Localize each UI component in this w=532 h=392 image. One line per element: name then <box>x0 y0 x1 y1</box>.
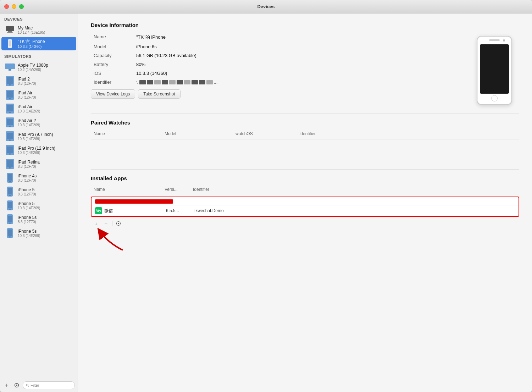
device-info-left: Name "TK"的 iPhone Model iPhone 6s Capaci… <box>91 32 462 105</box>
info-value-identifier: ‘. <box>133 78 462 87</box>
app-row-progress <box>92 197 519 205</box>
device-image-container <box>470 32 519 105</box>
sidebar-iphone5-83-name: iPhone 5 <box>18 187 36 192</box>
sidebar-scroll: DEVICES My Mac 10.12.4 (16E195) <box>0 13 78 378</box>
svg-point-10 <box>9 84 11 85</box>
sidebar-iphone5s-103-version: 10.3 (14E269) <box>18 234 40 238</box>
take-screenshot-button[interactable]: Take Screenshot <box>138 89 180 99</box>
sidebar-item-iphone5-83[interactable]: iPhone 5 8.3 (12F70) <box>1 185 76 198</box>
svg-point-13 <box>9 98 11 99</box>
watches-table-header: Name Model watchOS Identifier <box>91 130 519 139</box>
sidebar-ipad-air-2-text: iPad Air 10.3 (14E269) <box>18 104 40 113</box>
sidebar-item-iphone5-103[interactable]: iPhone 5 10.3 (14E269) <box>1 199 76 212</box>
app-name-cell-wechat: 微信 <box>95 207 166 214</box>
svg-point-28 <box>9 167 11 169</box>
sidebar: DEVICES My Mac 10.12.4 (16E195) <box>0 13 78 392</box>
sidebar-iphone4s-name: iPhone 4s <box>18 173 37 178</box>
sidebar-item-ipad2[interactable]: iPad 2 8.3 (12F70) <box>1 74 76 88</box>
sidebar-item-ipad-pro-129[interactable]: iPad Pro (12.9 inch) 10.3 (14E269) <box>1 143 76 157</box>
svg-point-34 <box>9 195 11 196</box>
sidebar-settings-button[interactable] <box>13 381 21 389</box>
svg-rect-39 <box>8 216 12 222</box>
window-title: Devices <box>257 4 275 9</box>
sidebar-item-apple-tv[interactable]: Apple TV 1080p 10.2 (14W260) <box>1 60 76 74</box>
sidebar-item-ipad-air-1[interactable]: iPad Air 8.3 (12F70) <box>1 88 76 101</box>
apple-tv-icon <box>5 62 15 72</box>
paired-watches-title: Paired Watches <box>91 120 519 126</box>
info-label-model: Model <box>91 42 133 51</box>
apps-col-name: Name <box>94 187 165 192</box>
paired-watches-section: Paired Watches Name Model watchOS Identi… <box>91 114 519 161</box>
svg-point-19 <box>9 126 11 127</box>
watches-col-identifier: Identifier <box>299 131 516 136</box>
view-device-logs-button[interactable]: View Device Logs <box>91 89 135 99</box>
ipad-air2-icon <box>5 117 15 127</box>
svg-line-51 <box>28 386 29 386</box>
phone-speaker <box>489 39 500 41</box>
svg-point-50 <box>26 384 28 386</box>
filter-box[interactable] <box>23 381 75 389</box>
svg-point-43 <box>9 236 11 238</box>
sidebar-item-my-mac[interactable]: My Mac 10.12.4 (16E195) <box>1 23 76 37</box>
sidebar-iphone4s-version: 8.3 (12F70) <box>18 178 37 182</box>
app-identifier-wechat: tkwechat.Demo <box>194 208 515 213</box>
svg-point-5 <box>9 46 11 48</box>
filter-search-icon <box>26 383 29 387</box>
sidebar-ipad-air2-version: 10.3 (14E269) <box>18 123 40 127</box>
info-row-battery: Battery 80% <box>91 60 462 69</box>
sidebar-item-ipad-pro-97[interactable]: iPad Pro (9.7 inch) 10.3 (14E269) <box>1 129 76 143</box>
apps-list: 微信 6.5.5... tkwechat.Demo <box>91 197 519 217</box>
sidebar-item-iphone[interactable]: "TK"的 iPhone 10.3.3 (14G60) <box>1 37 76 50</box>
svg-point-40 <box>9 222 11 224</box>
sidebar-iphone5s-83-name: iPhone 5s <box>18 215 37 220</box>
info-row-ios: iOS 10.3.3 (14G60) <box>91 69 462 78</box>
phone-home-button <box>491 95 498 101</box>
svg-rect-0 <box>6 26 14 31</box>
sidebar-ipad-air2-name: iPad Air 2 <box>18 118 40 123</box>
sidebar-iphone5s-103-name: iPhone 5s <box>18 229 40 234</box>
info-value-model: iPhone 6s <box>133 42 462 51</box>
ipad2-icon <box>5 76 15 86</box>
sidebar-ipad-pro-129-text: iPad Pro (12.9 inch) 10.3 (14E269) <box>18 146 55 155</box>
sidebar-ipad-pro-129-name: iPad Pro (12.9 inch) <box>18 146 55 151</box>
apps-table-header: Name Versi... Identifier <box>91 186 519 195</box>
arrow-annotation <box>91 229 519 257</box>
sidebar-iphone-version: 10.3.3 (14G60) <box>18 45 45 49</box>
sidebar-appletv-text: Apple TV 1080p 10.2 (14W260) <box>18 63 48 72</box>
svg-rect-4 <box>9 40 11 46</box>
ipad-air-2-icon <box>5 104 15 114</box>
sidebar-ipad-pro-97-version: 10.3 (14E269) <box>18 137 53 141</box>
info-label-capacity: Capacity <box>91 51 133 60</box>
device-info-table: Name "TK"的 iPhone Model iPhone 6s Capaci… <box>91 32 462 87</box>
sidebar-ipad-pro-129-version: 10.3 (14E269) <box>18 151 55 155</box>
sidebar-item-ipad-air2[interactable]: iPad Air 2 10.3 (14E269) <box>1 116 76 129</box>
info-label-identifier: Identifier <box>91 78 133 87</box>
wechat-icon <box>95 207 102 214</box>
add-device-button[interactable]: + <box>3 381 11 389</box>
watches-empty-area <box>91 139 519 161</box>
sidebar-appletv-version: 10.2 (14W260) <box>18 68 48 72</box>
apps-footer: + − <box>91 218 519 229</box>
sidebar-iphone-name: "TK"的 iPhone <box>18 39 45 45</box>
svg-rect-7 <box>9 69 11 71</box>
sidebar-ipad-air2-text: iPad Air 2 10.3 (14E269) <box>18 118 40 127</box>
close-button[interactable] <box>4 4 9 9</box>
sidebar-iphone5-83-text: iPhone 5 8.3 (12F70) <box>18 187 36 196</box>
device-info-content: Name "TK"的 iPhone Model iPhone 6s Capaci… <box>91 32 519 105</box>
apps-col-identifier: Identifier <box>193 187 516 192</box>
sidebar-item-iphone5s-103[interactable]: iPhone 5s 10.3 (14E269) <box>1 226 76 240</box>
app-row-wechat[interactable]: 微信 6.5.5... tkwechat.Demo <box>92 205 519 216</box>
maximize-button[interactable] <box>19 4 24 9</box>
minimize-button[interactable] <box>12 4 16 9</box>
info-value-capacity: 56.1 GB (10.23 GB available) <box>133 51 462 60</box>
sidebar-item-ipad-retina[interactable]: iPad Retina 8.3 (12F70) <box>1 157 76 171</box>
sidebar-item-ipad-air-2[interactable]: iPad Air 10.3 (14E269) <box>1 102 76 115</box>
installed-apps-section: Installed Apps Name Versi... Identifier <box>91 169 519 257</box>
phone-screen <box>480 44 509 94</box>
sidebar-item-iphone4s[interactable]: iPhone 4s 8.3 (12F70) <box>1 171 76 184</box>
svg-point-31 <box>9 181 11 182</box>
sidebar-ipad-pro-97-text: iPad Pro (9.7 inch) 10.3 (14E269) <box>18 132 53 141</box>
filter-input[interactable] <box>31 383 72 387</box>
sidebar-item-iphone5s-83[interactable]: iPhone 5s 8.3 (12F70) <box>1 212 76 226</box>
svg-rect-1 <box>8 31 12 32</box>
